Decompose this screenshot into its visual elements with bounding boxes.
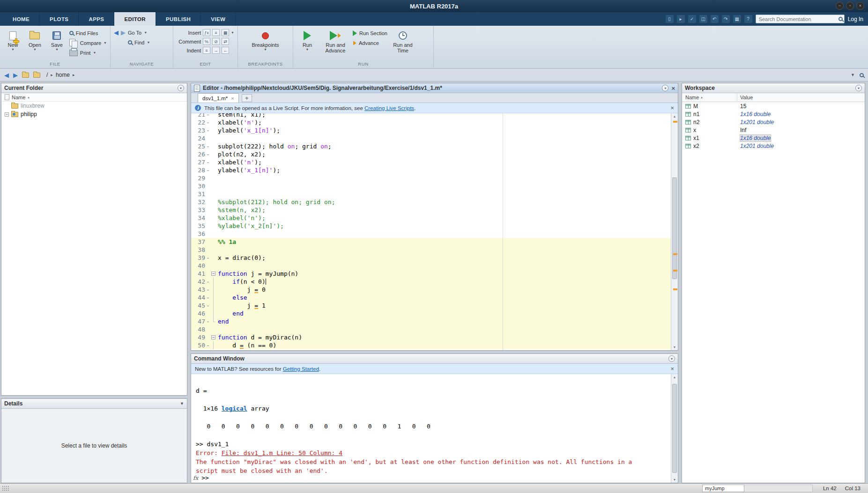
command-prompt[interactable]: fx >> [193,474,209,481]
search-documentation-input[interactable] [759,16,833,22]
indent-right-icon[interactable]: → [212,47,220,54]
code-line[interactable]: 24 [191,134,671,142]
indent-left-icon[interactable]: ← [222,47,229,54]
code-line[interactable]: 50- d = (n == 0) [191,341,671,349]
new-script-icon[interactable]: ▯ [666,15,674,23]
resize-grip-icon[interactable] [2,486,9,491]
breadcrumb-segment[interactable]: / [46,72,48,78]
code-line[interactable]: 33%stem(n, x2); [191,206,671,214]
breakpoints-button[interactable]: Breakpoints▼ [247,28,284,52]
folder-item[interactable]: +philipp [1,110,187,118]
current-folder-column-header[interactable]: Name ▴ [1,93,187,102]
expander-icon[interactable]: + [5,112,9,117]
workspace-column-header[interactable]: Name ▴ Value [682,93,865,102]
comment-icon[interactable]: % [203,38,210,45]
forward-arrow-icon[interactable]: ▶ [121,29,126,36]
editor-close-icon[interactable]: × [671,85,675,91]
code-line[interactable]: 40 [191,262,671,270]
editor-scrollbar[interactable]: ▲ ▼ [671,113,678,350]
code-line[interactable]: 45- j = 1 [191,302,671,309]
code-line[interactable]: 35%ylabel('x_2[n]'); [191,222,671,230]
run-and-advance-button[interactable]: Run and Advance [321,28,350,53]
command-window-scrollbar[interactable]: ▲ ▼ [671,374,678,483]
code-line[interactable]: 28-ylabel('x_1[n]'); [191,166,671,174]
collapse-icon[interactable]: ▼ [180,402,184,405]
code-line[interactable]: 27-xlabel('n'); [191,158,671,166]
code-line[interactable]: 26-plot(n2, x2); [191,150,671,158]
code-line[interactable]: 23-ylabel('x_1[n]'); [191,126,671,134]
notice-close-icon[interactable]: × [670,104,674,111]
compare-button[interactable]: Compare▼ [69,38,107,47]
tab-apps[interactable]: APPS [79,12,114,26]
breadcrumb-segment[interactable]: home [56,72,70,78]
back-button[interactable]: ◀ [4,72,9,78]
help-icon[interactable]: ? [744,15,752,23]
code-line[interactable]: 41−function j = myJump(n) [191,270,671,278]
code-line[interactable]: 46 end [191,309,671,317]
cut-icon[interactable]: ✓ [688,15,696,23]
notice-close-icon[interactable]: × [670,365,674,372]
code-fold-icon[interactable]: − [211,335,215,339]
code-line[interactable]: 36 [191,230,671,238]
code-line[interactable]: 43- j = 0 [191,286,671,294]
tab-publish[interactable]: PUBLISH [156,12,201,26]
smart-indent-icon[interactable]: ≡ [203,47,210,54]
code-line[interactable]: 32%subplot(212); hold on; grid on; [191,198,671,206]
advance-button[interactable]: Advance [353,38,387,47]
scroll-up-icon[interactable]: ▲ [671,374,678,380]
command-window-menu-icon[interactable]: ▼ [668,355,675,362]
uncomment-icon[interactable]: ⊘ [212,38,220,45]
close-button[interactable]: × [856,2,864,10]
logical-doc-link[interactable]: logical [222,405,247,412]
minimize-button[interactable]: − [836,2,844,10]
insert-cell-icon[interactable]: ▦ [222,29,229,36]
code-fold-icon[interactable]: − [211,272,215,276]
login-link[interactable]: Log In [848,16,863,22]
open-button[interactable]: Open▼ [25,28,45,52]
new-button[interactable]: New▼ [3,28,22,52]
insert-section-icon[interactable]: ≡ [212,29,220,36]
code-line[interactable]: 21-stem(n1, x1); [191,113,671,118]
wrap-comments-icon[interactable]: ⇄ [222,38,229,45]
error-location-link[interactable]: File: dsv1_1.m Line: 50 Column: 4 [222,449,342,456]
find-button[interactable]: Find▼ [114,38,150,47]
command-output[interactable]: d = 1×16 logical array 0 0 0 0 0 0 0 0 0… [191,374,671,483]
creating-live-scripts-link[interactable]: Creating Live Scripts [364,105,414,111]
recent-folders-dropdown-icon[interactable]: ▼ [851,73,855,77]
code-line[interactable]: 34%xlabel('n'); [191,214,671,222]
maximize-button[interactable]: ▫ [846,2,854,10]
code-line[interactable]: 42- if(n < 0) [191,278,671,286]
code-line[interactable]: 47-end [191,317,671,325]
search-icon[interactable] [838,17,843,21]
save-button[interactable]: Save▼ [47,28,67,52]
scroll-up-icon[interactable]: ▲ [671,113,678,119]
tab-editor[interactable]: EDITOR [114,12,156,26]
open-file-icon[interactable]: ▸ [677,15,685,23]
workspace-row[interactable]: x11x16 double [682,134,865,142]
code-line[interactable]: 37%% 1a [191,238,671,246]
scrollbar-thumb[interactable] [672,384,677,473]
workspace-row[interactable]: n11x16 double [682,110,865,118]
run-button[interactable]: Run▼ [297,28,318,52]
lint-marker[interactable] [673,121,677,123]
code-line[interactable]: 49−function d = myDirac(n) [191,333,671,341]
go-to-button[interactable]: ◀ ▶ Go To▼ [114,28,147,37]
workspace-row[interactable]: n21x201 double [682,118,865,126]
workspace-row[interactable]: M15 [682,102,865,110]
find-files-button[interactable]: Find Files [69,29,107,37]
code-line[interactable]: 38 [191,246,671,254]
insert-function-icon[interactable]: ƒx [203,29,210,36]
print-button[interactable]: Print▼ [69,48,107,57]
undo-icon[interactable]: ↶ [711,15,719,23]
code-line[interactable]: 48 [191,325,671,333]
lint-marker[interactable] [673,288,677,290]
redo-icon[interactable]: ↷ [722,15,730,23]
up-one-level-icon[interactable] [22,73,29,78]
code-line[interactable]: 29 [191,174,671,182]
back-arrow-icon[interactable]: ◀ [114,29,119,36]
tab-close-icon[interactable]: × [231,96,234,101]
scroll-down-icon[interactable]: ▼ [671,477,678,483]
code-line[interactable]: 31 [191,190,671,198]
code-line[interactable]: 22-xlabel('n'); [191,118,671,126]
tab-plots[interactable]: PLOTS [40,12,79,26]
